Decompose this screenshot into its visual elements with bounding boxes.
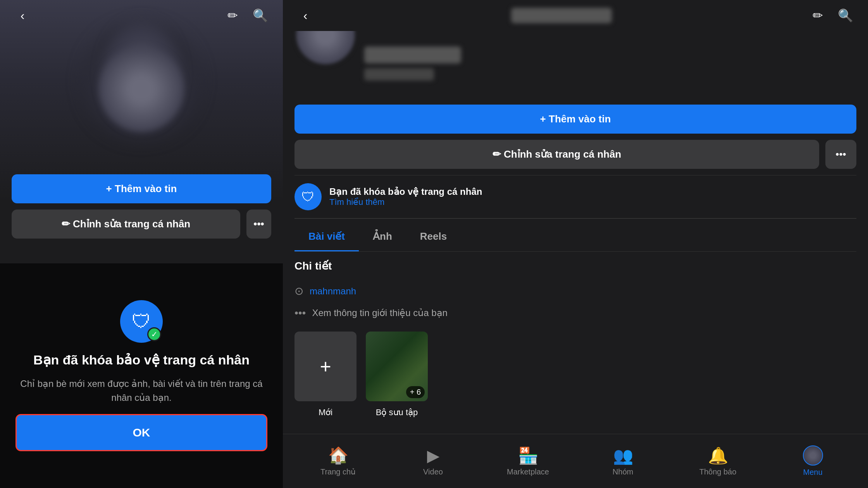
dots-icon: ••• <box>294 307 306 319</box>
blurred-name-right <box>364 46 461 64</box>
photo-count-badge: + 6 <box>406 386 425 398</box>
marketplace-label: Marketplace <box>507 467 549 476</box>
nav-item-notifications[interactable]: 🔔 Thông báo <box>670 446 765 476</box>
nav-item-menu[interactable]: Menu <box>765 445 860 477</box>
profile-picture-blur <box>99 46 184 132</box>
nav-item-home[interactable]: 🏠 Trang chủ <box>291 446 386 476</box>
avatar-icon <box>803 445 823 466</box>
modal-overlay: 🛡 ✓ Bạn đã khóa bảo vệ trang cá nhân Chỉ… <box>0 263 283 488</box>
right-panel: ‹ ✏ 🔍 + Thêm vào tin ✏ Chỉnh sửa trang c… <box>283 0 868 488</box>
content-right: + Thêm vào tin ✏ Chỉnh sửa trang cá nhân… <box>283 31 868 434</box>
check-badge-icon: ✓ <box>147 327 161 341</box>
modal-shield-icon: 🛡 ✓ <box>120 300 163 343</box>
nav-item-groups[interactable]: 👥 Nhóm <box>575 446 670 476</box>
see-more-text: Xem thông tin giới thiệu của bạn <box>312 308 448 318</box>
instagram-icon: ⊙ <box>294 285 303 297</box>
more-button-left[interactable]: ••• <box>246 210 271 239</box>
tab-reels[interactable]: Reels <box>406 223 461 251</box>
groups-label: Nhóm <box>613 467 633 476</box>
search-icon-left[interactable]: 🔍 <box>250 5 271 26</box>
video-label: Video <box>423 467 443 476</box>
top-nav-right: ‹ ✏ 🔍 <box>283 0 868 31</box>
collection-label: Bộ sưu tập <box>376 407 418 418</box>
nav-icons-right: ✏ 🔍 <box>222 5 271 26</box>
add-story-button-right[interactable]: + Thêm vào tin <box>294 105 856 134</box>
tab-photos[interactable]: Ảnh <box>359 223 406 251</box>
protected-notice: 🛡 Bạn đã khóa bảo vệ trang cá nhân Tìm h… <box>294 175 856 218</box>
instagram-handle: mahnmanh <box>310 286 356 297</box>
learn-more-link[interactable]: Tìm hiểu thêm <box>329 197 482 207</box>
profile-header-right <box>294 35 856 74</box>
more-button-right[interactable]: ••• <box>825 140 856 169</box>
blurred-subtitle-right <box>364 68 434 81</box>
add-story-button-left[interactable]: + Thêm vào tin <box>12 174 271 203</box>
add-photo-container: + Mới <box>294 332 356 418</box>
modal-content: 🛡 ✓ Bạn đã khóa bảo vệ trang cá nhân Chỉ… <box>16 300 267 451</box>
add-photo-button[interactable]: + <box>294 332 356 401</box>
modal-description: Chỉ bạn bè mới xem được ảnh, bài viết và… <box>16 377 267 405</box>
details-title: Chi tiết <box>294 259 856 272</box>
blurred-name-top-right <box>511 8 612 23</box>
edit-profile-button-left[interactable]: ✏ Chỉnh sửa trang cá nhân <box>12 210 240 239</box>
top-nav-left: ‹ ✏ 🔍 <box>0 0 283 31</box>
nav-item-video[interactable]: ▶ Video <box>386 446 480 476</box>
search-icon-right[interactable]: 🔍 <box>835 5 856 26</box>
profile-name-area <box>364 43 461 81</box>
notifications-label: Thông báo <box>699 467 737 476</box>
collection-container: + 6 Bộ sưu tập <box>366 332 428 418</box>
groups-icon: 👥 <box>613 446 633 465</box>
protected-shield-icon: 🛡 <box>294 183 322 210</box>
nav-item-marketplace[interactable]: 🏪 Marketplace <box>480 446 575 476</box>
edit-row-left: ✏ Chỉnh sửa trang cá nhân ••• <box>12 210 271 239</box>
back-button-right[interactable]: ‹ <box>294 5 316 26</box>
phone-left: ‹ ✏ 🔍 + Thêm vào tin ✏ Chỉnh sửa trang c… <box>0 0 283 488</box>
marketplace-icon: 🏪 <box>518 446 538 465</box>
protected-text: Bạn đã khóa bảo vệ trang cá nhân Tìm hiể… <box>329 186 482 207</box>
edit-row-right: ✏ Chỉnh sửa trang cá nhân ••• <box>294 140 856 169</box>
home-icon: 🏠 <box>328 446 348 465</box>
bottom-nav: 🏠 Trang chủ ▶ Video 🏪 Marketplace 👥 Nhóm… <box>283 434 868 488</box>
video-icon: ▶ <box>427 446 439 465</box>
back-button-left[interactable]: ‹ <box>12 5 33 26</box>
see-more-row[interactable]: ••• Xem thông tin giới thiệu của bạn <box>294 302 856 324</box>
left-panel: ‹ ✏ 🔍 + Thêm vào tin ✏ Chỉnh sửa trang c… <box>0 0 283 488</box>
protected-title: Bạn đã khóa bảo vệ trang cá nhân <box>329 186 482 197</box>
edit-icon-right[interactable]: ✏ <box>807 5 828 26</box>
actions-left: + Thêm vào tin ✏ Chỉnh sửa trang cá nhân… <box>0 167 283 246</box>
details-section: Chi tiết ⊙ mahnmanh ••• Xem thông tin gi… <box>294 252 856 332</box>
actions-right: + Thêm vào tin ✏ Chỉnh sửa trang cá nhân… <box>294 105 856 169</box>
ok-button[interactable]: OK <box>16 414 267 451</box>
home-label: Trang chủ <box>320 467 356 476</box>
menu-label: Menu <box>803 468 822 477</box>
instagram-row[interactable]: ⊙ mahnmanh <box>294 280 856 302</box>
edit-profile-button-right[interactable]: ✏ Chỉnh sửa trang cá nhân <box>294 140 819 169</box>
tab-posts[interactable]: Bài viết <box>294 223 359 251</box>
profile-pic-right <box>294 31 356 66</box>
nav-icons-right-panel: ✏ 🔍 <box>807 5 856 26</box>
notifications-icon: 🔔 <box>708 446 728 465</box>
tabs-section: Bài viết Ảnh Reels <box>294 223 856 252</box>
add-photo-label: Mới <box>319 407 332 418</box>
edit-icon-left[interactable]: ✏ <box>222 5 243 26</box>
photo-thumbnail[interactable]: + 6 <box>366 332 428 401</box>
separator <box>294 218 856 219</box>
photos-row: + Mới + 6 Bộ sưu tập <box>294 332 856 418</box>
modal-title: Bạn đã khóa bảo vệ trang cá nhân <box>33 352 250 368</box>
